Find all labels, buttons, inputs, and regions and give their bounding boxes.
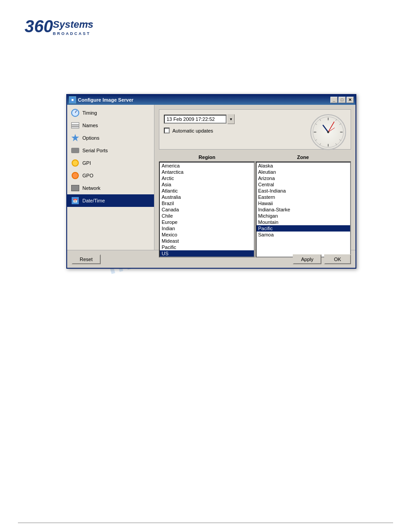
- svg-text:Systems: Systems: [53, 19, 94, 30]
- gpo-icon: [72, 172, 79, 179]
- svg-line-10: [339, 124, 341, 124]
- zone-list-item[interactable]: Pacific: [257, 225, 351, 232]
- content-area: ▼ Automatic updates: [154, 105, 355, 250]
- dialog-window: ■ Configure Image Server _ □ ✕ Timing Na…: [66, 94, 356, 269]
- sidebar-item-gpi[interactable]: GPI: [67, 157, 154, 169]
- region-list-item[interactable]: Pacific: [160, 244, 254, 250]
- zone-list-item[interactable]: Samoa: [257, 232, 351, 238]
- ok-button[interactable]: OK: [324, 254, 351, 264]
- sidebar-item-gpo[interactable]: GPO: [67, 169, 154, 182]
- sidebar-label-datetime: Date/Time: [82, 198, 105, 203]
- region-list-item[interactable]: Brazil: [160, 200, 254, 206]
- svg-line-9: [336, 119, 337, 121]
- zone-list-item[interactable]: Indiana-Starke: [257, 206, 351, 213]
- dialog-title: Configure Image Server: [78, 97, 133, 103]
- datetime-input[interactable]: [164, 115, 227, 124]
- region-list-item[interactable]: US: [160, 250, 254, 257]
- region-list-item[interactable]: Asia: [160, 181, 254, 188]
- zone-list-item[interactable]: East-Indiana: [257, 188, 351, 194]
- sidebar-label-serial: Serial Ports: [82, 148, 108, 153]
- svg-line-17: [323, 125, 328, 132]
- logo: 360 Systems BROADCAST: [22, 13, 94, 45]
- minimize-button[interactable]: _: [330, 97, 338, 103]
- sidebar-item-names[interactable]: Names: [67, 119, 154, 132]
- region-list-item[interactable]: Chile: [160, 213, 254, 219]
- sidebar-item-timing[interactable]: Timing: [67, 107, 154, 119]
- region-list-item[interactable]: Canada: [160, 206, 254, 213]
- zone-list-item[interactable]: Eastern: [257, 194, 351, 200]
- lists-header: Region Zone: [159, 153, 351, 162]
- region-list-item[interactable]: Indian: [160, 225, 254, 232]
- clock-container: [310, 114, 346, 150]
- zone-list-item[interactable]: Michigan: [257, 213, 351, 219]
- sidebar-label-gpo: GPO: [82, 173, 93, 178]
- sidebar-label-gpi: GPI: [82, 160, 91, 166]
- nav-sidebar: Timing Names Options Serial Ports: [67, 105, 154, 250]
- title-bar: ■ Configure Image Server _ □ ✕: [67, 95, 355, 105]
- svg-line-14: [315, 140, 317, 141]
- svg-point-20: [327, 131, 330, 133]
- svg-line-11: [339, 140, 341, 141]
- region-list-item[interactable]: Europe: [160, 219, 254, 225]
- region-header: Region: [159, 153, 255, 162]
- region-list-item[interactable]: Arctic: [160, 175, 254, 181]
- auto-update-row: Automatic updates: [164, 128, 235, 133]
- svg-text:360: 360: [25, 17, 53, 36]
- svg-line-13: [320, 143, 321, 145]
- zone-list-item[interactable]: Hawaii: [257, 200, 351, 206]
- datetime-dropdown: ▼: [164, 114, 235, 124]
- port-icon: [71, 148, 79, 153]
- datetime-icon: 📅: [71, 197, 79, 205]
- region-list-item[interactable]: Mexico: [160, 232, 254, 238]
- star-icon: [71, 134, 79, 142]
- zone-list-item[interactable]: Alaska: [257, 163, 351, 169]
- list-icon: [71, 122, 79, 129]
- sidebar-item-datetime[interactable]: 📅 Date/Time: [67, 194, 154, 207]
- region-list-item[interactable]: Mideast: [160, 238, 254, 244]
- close-button[interactable]: ✕: [347, 97, 354, 103]
- lists-section: Region Zone AmericaAntarcticaArcticAsiaA…: [159, 153, 351, 257]
- restore-button[interactable]: □: [338, 97, 346, 103]
- svg-line-12: [336, 143, 337, 145]
- svg-text:BROADCAST: BROADCAST: [53, 31, 91, 36]
- apply-button[interactable]: Apply: [293, 254, 321, 264]
- sidebar-item-network[interactable]: Network: [67, 182, 154, 194]
- lists-body: AmericaAntarcticaArcticAsiaAtlanticAustr…: [159, 162, 351, 257]
- zone-list-item[interactable]: Arizona: [257, 175, 351, 181]
- svg-line-15: [315, 124, 317, 124]
- zone-list[interactable]: AlaskaAleutianArizonaCentralEast-Indiana…: [256, 162, 351, 257]
- page-rule: [18, 523, 393, 523]
- title-icon: ■: [69, 96, 76, 103]
- region-list-item[interactable]: Atlantic: [160, 188, 254, 194]
- region-list-item[interactable]: Antarctica: [160, 169, 254, 175]
- sidebar-item-serial-ports[interactable]: Serial Ports: [67, 144, 154, 157]
- region-list-item[interactable]: Australia: [160, 194, 254, 200]
- clock-face: [310, 114, 346, 150]
- svg-line-18: [328, 122, 334, 132]
- zone-list-item[interactable]: Central: [257, 181, 351, 188]
- zone-list-item[interactable]: Aleutian: [257, 169, 351, 175]
- auto-update-checkbox[interactable]: [164, 128, 170, 133]
- auto-update-label: Automatic updates: [172, 128, 213, 133]
- network-icon: [71, 185, 79, 191]
- clock-icon: [71, 109, 79, 117]
- svg-line-16: [320, 119, 321, 121]
- reset-button[interactable]: Reset: [72, 254, 101, 264]
- logo-svg: 360 Systems BROADCAST: [22, 13, 94, 43]
- sidebar-label-options: Options: [82, 135, 99, 141]
- region-list-item[interactable]: America: [160, 163, 254, 169]
- datetime-dropdown-arrow[interactable]: ▼: [227, 114, 235, 124]
- zone-header: Zone: [255, 153, 351, 162]
- datetime-controls: ▼ Automatic updates: [164, 114, 235, 133]
- sidebar-label-names: Names: [82, 123, 98, 128]
- sidebar-label-network: Network: [82, 185, 100, 191]
- region-list[interactable]: AmericaAntarcticaArcticAsiaAtlanticAustr…: [159, 162, 255, 257]
- sidebar-item-options[interactable]: Options: [67, 132, 154, 144]
- clock-svg: [311, 115, 345, 149]
- sidebar-label-timing: Timing: [82, 110, 97, 116]
- zone-list-item[interactable]: Mountain: [257, 219, 351, 225]
- top-section: ▼ Automatic updates: [159, 109, 351, 150]
- gpi-icon: [72, 159, 79, 167]
